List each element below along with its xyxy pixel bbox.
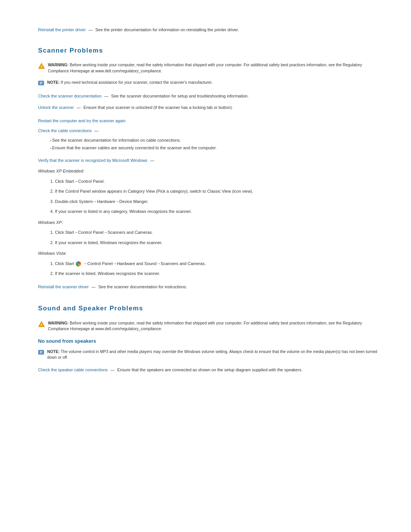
vista-steps: Click Start →Control Panel→Hardware and … bbox=[50, 260, 381, 277]
scanner-note-box: NOTE: If you need technical assistance f… bbox=[38, 80, 381, 86]
reinstall-printer-link[interactable]: Reinstall the printer driver bbox=[38, 27, 86, 32]
windows-vista-icon bbox=[76, 261, 81, 267]
svg-text:!: ! bbox=[41, 323, 42, 327]
sound-warning-text: WARNING: Before working inside your comp… bbox=[48, 320, 381, 332]
unlock-scanner-text: Ensure that your scanner is unlocked (if… bbox=[83, 105, 233, 110]
sound-note-text: NOTE: The volume control in MP3 and othe… bbox=[47, 349, 381, 361]
vista-label: Windows Vista: bbox=[38, 250, 381, 257]
verify-scanner-link[interactable]: Verify that the scanner is recognized by… bbox=[38, 158, 147, 163]
restart-scanner-link[interactable]: Restart the computer and try the scanner… bbox=[38, 118, 126, 123]
scanner-section: Scanner Problems ! WARNING: Before worki… bbox=[38, 46, 381, 290]
unlock-scanner-line: Unlock the scanner — Ensure that your sc… bbox=[38, 104, 381, 111]
cable-bullet-list: See the scanner documentation for inform… bbox=[50, 137, 381, 151]
xp-embedded-step-1: Click Start→Control Panel. bbox=[50, 178, 381, 185]
sound-warning-box: ! WARNING: Before working inside your co… bbox=[38, 320, 381, 332]
warning-icon: ! bbox=[38, 62, 45, 69]
vista-step-2: If the scanner is listed, Windows recogn… bbox=[50, 270, 381, 277]
check-speaker-text: Ensure that the speakers are connected a… bbox=[117, 367, 303, 372]
reinstall-printer-text: See the printer documentation for inform… bbox=[95, 27, 239, 32]
sound-warning-icon: ! bbox=[38, 321, 45, 328]
scanner-warning-box: ! WARNING: Before working inside your co… bbox=[38, 62, 381, 74]
scanner-section-title: Scanner Problems bbox=[38, 46, 381, 56]
vista-step-1: Click Start →Control Panel→Hardware and … bbox=[50, 260, 381, 267]
no-sound-title: No sound from speakers bbox=[38, 337, 381, 345]
cable-connections-line: Check the cable connections — bbox=[38, 128, 381, 134]
scanner-note-text: NOTE: If you need technical assistance f… bbox=[47, 80, 213, 86]
sound-section: Sound and Speaker Problems ! WARNING: Be… bbox=[38, 304, 381, 373]
check-cable-link[interactable]: Check the cable connections bbox=[38, 128, 92, 133]
xp-step-2: If your scanner is listed, Windows recog… bbox=[50, 240, 381, 246]
xp-steps: Click Start→Control Panel→Scanners and C… bbox=[50, 229, 381, 246]
xp-embedded-label: Windows XP Embedded: bbox=[38, 168, 381, 174]
reinstall-scanner-line: Reinstall the scanner driver — See the s… bbox=[38, 284, 381, 290]
verify-scanner-line: Verify that the scanner is recognized by… bbox=[38, 157, 381, 164]
check-scanner-doc-text: See the scanner documentation for setup … bbox=[111, 94, 249, 98]
sound-note-body: The volume control in MP3 and other medi… bbox=[47, 349, 377, 360]
sound-section-title: Sound and Speaker Problems bbox=[38, 304, 381, 313]
xp-embedded-step-3: Double-click System→Hardware→Device Mang… bbox=[50, 198, 381, 205]
printer-driver-section: Reinstall the printer driver — See the p… bbox=[38, 27, 381, 34]
xp-embedded-step-4: If your scanner is listed in any categor… bbox=[50, 208, 381, 215]
check-speaker-line: Check the speaker cable connections — En… bbox=[38, 367, 381, 373]
unlock-scanner-link[interactable]: Unlock the scanner bbox=[38, 105, 74, 110]
svg-text:!: ! bbox=[41, 64, 42, 69]
sound-note-label: NOTE: bbox=[47, 349, 60, 354]
reinstall-scanner-text: See the scanner documentation for instru… bbox=[98, 284, 187, 289]
xp-embedded-steps: Click Start→Control Panel. If the Contro… bbox=[50, 178, 381, 215]
xp-embedded-step-2: If the Control Panel window appears in C… bbox=[50, 188, 381, 195]
scanner-note-body: If you need technical assistance for you… bbox=[61, 80, 213, 85]
sound-warning-label: WARNING: bbox=[48, 321, 68, 325]
cable-bullet-2: Ensure that the scanner cables are secur… bbox=[50, 145, 381, 151]
check-doc-line: Check the scanner documentation — See th… bbox=[38, 93, 381, 99]
restart-scanner-line: Restart the computer and try the scanner… bbox=[38, 118, 381, 124]
note-icon bbox=[38, 80, 44, 86]
cable-bullet-1: See the scanner documentation for inform… bbox=[50, 137, 381, 144]
scanner-warning-body: Before working inside your computer, rea… bbox=[48, 62, 362, 73]
xp-step-1: Click Start→Control Panel→Scanners and C… bbox=[50, 229, 381, 236]
dash-1: — bbox=[88, 27, 94, 32]
scanner-note-label: NOTE: bbox=[47, 80, 60, 85]
check-speaker-link[interactable]: Check the speaker cable connections bbox=[38, 367, 108, 372]
check-scanner-doc-link[interactable]: Check the scanner documentation bbox=[38, 94, 102, 98]
scanner-warning-text: WARNING: Before working inside your comp… bbox=[48, 62, 381, 74]
scanner-warning-label: WARNING: bbox=[48, 62, 68, 67]
sound-note-box: NOTE: The volume control in MP3 and othe… bbox=[38, 349, 381, 361]
xp-label: Windows XP: bbox=[38, 219, 381, 226]
sound-warning-body: Before working inside your computer, rea… bbox=[48, 321, 362, 331]
reinstall-scanner-link[interactable]: Reinstall the scanner driver bbox=[38, 284, 89, 289]
sound-note-icon bbox=[38, 349, 44, 355]
